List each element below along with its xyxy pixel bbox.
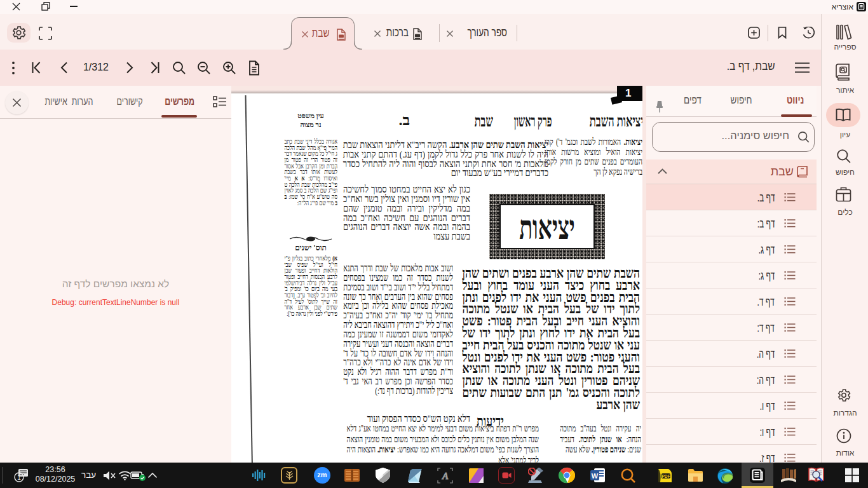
svg-text:1: 1 xyxy=(17,474,21,481)
svg-text:PDF: PDF xyxy=(662,474,670,478)
svg-text:W: W xyxy=(592,472,599,480)
svg-text:A: A xyxy=(442,471,449,481)
